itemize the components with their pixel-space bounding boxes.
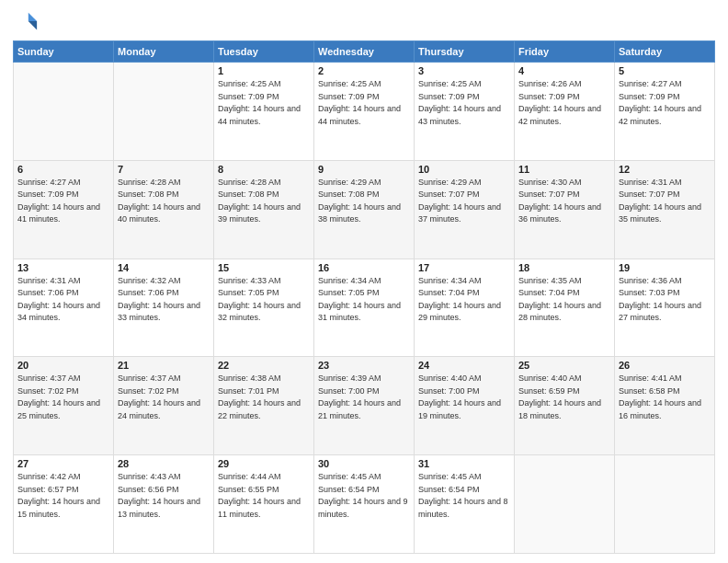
sunrise-text: Sunrise: 4:39 AM: [318, 373, 410, 385]
day-info: Sunrise: 4:34 AMSunset: 7:05 PMDaylight:…: [318, 275, 410, 325]
sunrise-text: Sunrise: 4:42 AM: [17, 471, 109, 484]
sunset-text: Sunset: 7:09 PM: [619, 91, 711, 104]
daylight-text: Daylight: 14 hours and 27 minutes.: [619, 300, 711, 325]
sunset-text: Sunset: 7:05 PM: [218, 287, 310, 300]
daylight-text: Daylight: 14 hours and 21 minutes.: [318, 397, 410, 422]
day-info: Sunrise: 4:44 AMSunset: 6:55 PMDaylight:…: [218, 471, 310, 521]
sunrise-text: Sunrise: 4:29 AM: [418, 177, 510, 190]
sunrise-text: Sunrise: 4:28 AM: [118, 177, 210, 190]
sunset-text: Sunset: 7:00 PM: [318, 385, 410, 398]
calendar-week-row: 1Sunrise: 4:25 AMSunset: 7:09 PMDaylight…: [14, 63, 715, 161]
calendar-cell: 26Sunrise: 4:41 AMSunset: 6:58 PMDayligh…: [615, 357, 715, 455]
day-info: Sunrise: 4:25 AMSunset: 7:09 PMDaylight:…: [318, 78, 410, 128]
daylight-text: Daylight: 14 hours and 29 minutes.: [418, 300, 510, 325]
day-number: 25: [518, 360, 610, 371]
day-number: 27: [17, 458, 109, 469]
sunrise-text: Sunrise: 4:29 AM: [318, 177, 410, 190]
daylight-text: Daylight: 14 hours and 42 minutes.: [619, 103, 711, 128]
daylight-text: Daylight: 14 hours and 11 minutes.: [218, 496, 310, 521]
svg-marker-1: [28, 21, 37, 29]
sunset-text: Sunset: 7:09 PM: [218, 91, 310, 104]
calendar-cell: 25Sunrise: 4:40 AMSunset: 6:59 PMDayligh…: [515, 357, 615, 455]
header-friday: Friday: [515, 41, 615, 63]
day-number: 2: [318, 65, 410, 76]
day-info: Sunrise: 4:25 AMSunset: 7:09 PMDaylight:…: [418, 78, 510, 128]
calendar-cell: [114, 63, 214, 161]
sunset-text: Sunset: 6:59 PM: [518, 385, 610, 398]
calendar-cell: 9Sunrise: 4:29 AMSunset: 7:08 PMDaylight…: [314, 160, 415, 259]
daylight-text: Daylight: 14 hours and 40 minutes.: [118, 201, 210, 226]
day-info: Sunrise: 4:43 AMSunset: 6:56 PMDaylight:…: [118, 471, 210, 521]
daylight-text: Daylight: 14 hours and 32 minutes.: [218, 300, 310, 325]
header-saturday: Saturday: [615, 41, 715, 63]
sunset-text: Sunset: 7:05 PM: [318, 287, 410, 300]
day-info: Sunrise: 4:26 AMSunset: 7:09 PMDaylight:…: [518, 78, 610, 128]
calendar-cell: 1Sunrise: 4:25 AMSunset: 7:09 PMDaylight…: [214, 63, 314, 161]
daylight-text: Daylight: 14 hours and 16 minutes.: [619, 397, 711, 422]
sunrise-text: Sunrise: 4:33 AM: [218, 275, 310, 288]
day-info: Sunrise: 4:45 AMSunset: 6:54 PMDaylight:…: [318, 471, 410, 521]
day-number: 31: [418, 458, 510, 469]
day-info: Sunrise: 4:36 AMSunset: 7:03 PMDaylight:…: [619, 275, 711, 325]
calendar-cell: 12Sunrise: 4:31 AMSunset: 7:07 PMDayligh…: [615, 160, 715, 259]
day-info: Sunrise: 4:30 AMSunset: 7:07 PMDaylight:…: [518, 177, 610, 226]
calendar-cell: 21Sunrise: 4:37 AMSunset: 7:02 PMDayligh…: [114, 357, 214, 455]
calendar-cell: 4Sunrise: 4:26 AMSunset: 7:09 PMDaylight…: [515, 63, 615, 161]
sunset-text: Sunset: 7:00 PM: [418, 385, 510, 398]
day-number: 14: [118, 262, 210, 273]
day-number: 10: [418, 164, 510, 175]
sunset-text: Sunset: 7:09 PM: [418, 91, 510, 104]
header-wednesday: Wednesday: [314, 41, 415, 63]
daylight-text: Daylight: 14 hours and 41 minutes.: [17, 201, 109, 226]
calendar-cell: 13Sunrise: 4:31 AMSunset: 7:06 PMDayligh…: [14, 259, 114, 357]
page-header: [13, 9, 715, 35]
sunrise-text: Sunrise: 4:25 AM: [318, 78, 410, 91]
daylight-text: Daylight: 14 hours and 33 minutes.: [118, 300, 210, 325]
daylight-text: Daylight: 14 hours and 31 minutes.: [318, 300, 410, 325]
day-info: Sunrise: 4:38 AMSunset: 7:01 PMDaylight:…: [218, 373, 310, 422]
day-number: 3: [418, 65, 510, 76]
day-info: Sunrise: 4:28 AMSunset: 7:08 PMDaylight:…: [218, 177, 310, 226]
daylight-text: Daylight: 14 hours and 34 minutes.: [17, 300, 109, 325]
sunrise-text: Sunrise: 4:31 AM: [17, 275, 109, 288]
sunset-text: Sunset: 7:08 PM: [218, 189, 310, 201]
day-info: Sunrise: 4:40 AMSunset: 7:00 PMDaylight:…: [418, 373, 510, 422]
day-number: 20: [17, 360, 109, 371]
day-info: Sunrise: 4:32 AMSunset: 7:06 PMDaylight:…: [118, 275, 210, 325]
calendar-cell: [515, 455, 615, 554]
day-number: 12: [619, 164, 711, 175]
day-info: Sunrise: 4:28 AMSunset: 7:08 PMDaylight:…: [118, 177, 210, 226]
daylight-text: Daylight: 14 hours and 37 minutes.: [418, 201, 510, 226]
sunset-text: Sunset: 7:06 PM: [17, 287, 109, 300]
sunset-text: Sunset: 7:06 PM: [118, 287, 210, 300]
calendar-table: Sunday Monday Tuesday Wednesday Thursday…: [13, 40, 715, 554]
sunrise-text: Sunrise: 4:27 AM: [619, 78, 711, 91]
sunset-text: Sunset: 7:02 PM: [118, 385, 210, 398]
daylight-text: Daylight: 14 hours and 44 minutes.: [318, 103, 410, 128]
day-number: 23: [318, 360, 410, 371]
sunset-text: Sunset: 7:08 PM: [318, 189, 410, 201]
day-info: Sunrise: 4:37 AMSunset: 7:02 PMDaylight:…: [17, 373, 109, 422]
logo: [13, 9, 42, 35]
daylight-text: Daylight: 14 hours and 42 minutes.: [518, 103, 610, 128]
sunrise-text: Sunrise: 4:37 AM: [118, 373, 210, 385]
daylight-text: Daylight: 14 hours and 43 minutes.: [418, 103, 510, 128]
sunrise-text: Sunrise: 4:26 AM: [518, 78, 610, 91]
sunrise-text: Sunrise: 4:44 AM: [218, 471, 310, 484]
day-info: Sunrise: 4:45 AMSunset: 6:54 PMDaylight:…: [418, 471, 510, 521]
daylight-text: Daylight: 14 hours and 15 minutes.: [17, 496, 109, 521]
day-number: 19: [619, 262, 711, 273]
sunset-text: Sunset: 7:09 PM: [17, 189, 109, 201]
day-number: 5: [619, 65, 711, 76]
day-number: 6: [17, 164, 109, 175]
day-number: 13: [17, 262, 109, 273]
sunset-text: Sunset: 7:07 PM: [418, 189, 510, 201]
weekday-header-row: Sunday Monday Tuesday Wednesday Thursday…: [14, 41, 715, 63]
sunset-text: Sunset: 6:58 PM: [619, 385, 711, 398]
day-number: 24: [418, 360, 510, 371]
daylight-text: Daylight: 14 hours and 18 minutes.: [518, 397, 610, 422]
sunset-text: Sunset: 7:01 PM: [218, 385, 310, 398]
calendar-cell: 23Sunrise: 4:39 AMSunset: 7:00 PMDayligh…: [314, 357, 415, 455]
day-number: 11: [518, 164, 610, 175]
sunset-text: Sunset: 7:07 PM: [619, 189, 711, 201]
